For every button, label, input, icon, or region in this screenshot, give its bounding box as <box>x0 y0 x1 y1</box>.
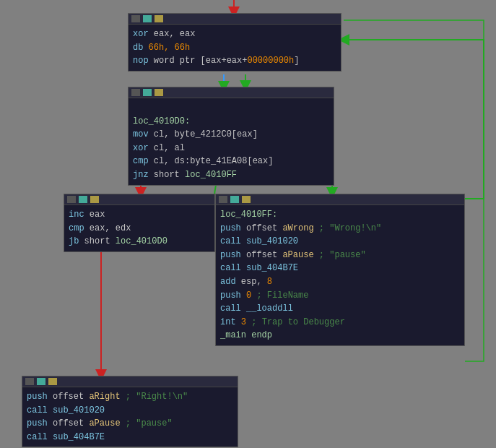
code-line: int 3 ; Trap to Debugger <box>220 316 460 329</box>
code-block-2: loc_4010D0: mov cl, byte_4212C0[eax] xor… <box>128 87 334 186</box>
tb-icon-1a <box>131 15 140 22</box>
titlebar-3 <box>64 194 214 205</box>
tb-icon-5a <box>25 378 34 385</box>
code-block-1: xor eax, eax db 66h, 66h nop word ptr [e… <box>128 13 341 72</box>
code-line: push offset aPause ; "pause" <box>220 249 460 262</box>
code-line: mov cl, byte_4212C0[eax] <box>133 128 329 142</box>
code-line: push offset aRight ; "Right!\n" <box>27 390 233 404</box>
tb-icon-4a <box>219 196 227 203</box>
code-block-5: push offset aRight ; "Right!\n" call sub… <box>22 376 238 447</box>
tb-icon-3c <box>90 196 99 203</box>
code-line: add esp, 8 <box>220 275 460 289</box>
titlebar-4 <box>216 194 464 205</box>
code-line: push offset aPause ; "pause" <box>27 417 233 431</box>
titlebar-2 <box>129 87 334 98</box>
code-line: call sub_404B7E <box>27 431 233 444</box>
tb-icon-4c <box>242 196 251 203</box>
code-content-5: push offset aRight ; "Right!\n" call sub… <box>22 387 238 447</box>
code-line: cmp eax, edx <box>69 222 210 236</box>
code-line <box>133 101 329 115</box>
code-line: loc_4010FF: <box>220 208 460 222</box>
tb-icon-1b <box>143 15 152 22</box>
code-line: xor eax, eax <box>133 27 336 41</box>
code-line: xor cl, al <box>133 142 329 155</box>
code-line: call __loaddll <box>220 302 460 316</box>
code-line: cmp cl, ds:byte_41EA08[eax] <box>133 155 329 168</box>
code-content-2: loc_4010D0: mov cl, byte_4212C0[eax] xor… <box>129 98 334 185</box>
tb-icon-4b <box>230 196 239 203</box>
tb-icon-1c <box>155 15 163 22</box>
code-content-3: inc eax cmp eax, edx jb short loc_4010D0 <box>64 205 214 251</box>
code-line: loc_4010D0: <box>133 115 329 129</box>
code-line: call sub_401020 <box>220 235 460 249</box>
code-block-4: loc_4010FF: push offset aWrong ; "Wrong!… <box>215 194 465 346</box>
tb-icon-3b <box>79 196 87 203</box>
code-line: inc eax <box>69 208 210 222</box>
tb-icon-2c <box>155 89 163 96</box>
code-line: jb short loc_4010D0 <box>69 235 210 249</box>
tb-icon-5b <box>37 378 45 385</box>
titlebar-5 <box>22 376 238 387</box>
code-line: push 0 ; FileName <box>220 289 460 303</box>
code-line: call sub_404B7E <box>220 262 460 275</box>
code-line: db 66h, 66h <box>133 41 336 55</box>
code-line: nop word ptr [eax+eax+00000000h] <box>133 54 336 68</box>
code-line: call sub_401020 <box>27 404 233 418</box>
code-block-3: inc eax cmp eax, edx jb short loc_4010D0 <box>64 194 215 252</box>
code-content-4: loc_4010FF: push offset aWrong ; "Wrong!… <box>216 205 464 345</box>
titlebar-1 <box>129 14 341 25</box>
code-line: _main endp <box>220 329 460 343</box>
code-line: jnz short loc_4010FF <box>133 168 329 182</box>
code-line: push offset aWrong ; "Wrong!\n" <box>220 222 460 236</box>
tb-icon-2a <box>131 89 140 96</box>
tb-icon-2b <box>143 89 152 96</box>
code-content-1: xor eax, eax db 66h, 66h nop word ptr [e… <box>129 25 341 71</box>
tb-icon-3a <box>67 196 76 203</box>
tb-icon-5c <box>48 378 57 385</box>
